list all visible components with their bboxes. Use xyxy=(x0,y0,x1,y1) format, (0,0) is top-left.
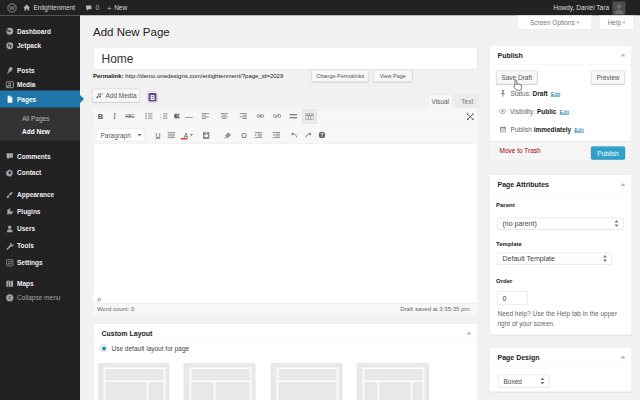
svg-text:3: 3 xyxy=(160,118,162,120)
svg-text:W: W xyxy=(9,5,15,11)
svg-text:?: ? xyxy=(321,133,324,138)
